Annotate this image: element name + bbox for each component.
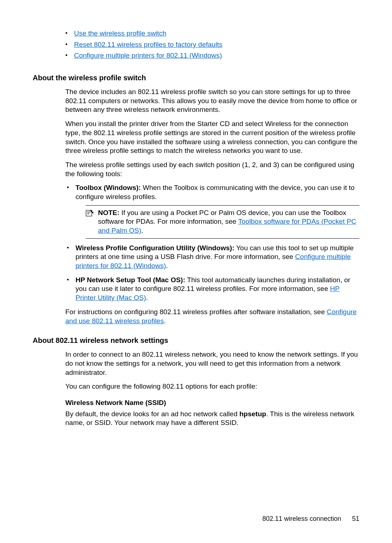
item-label: HP Network Setup Tool (Mac OS): [75, 276, 185, 284]
link-reset-wireless-profiles[interactable]: Reset 802.11 wireless profiles to factor… [74, 40, 222, 49]
text-end: . [164, 317, 166, 325]
bullet-icon: • [65, 29, 68, 37]
paragraph: For instructions on configuring 802.11 w… [65, 308, 359, 325]
heading-about-network-settings: About 802.11 wireless network settings [33, 336, 359, 345]
tool-list: Toolbox (Windows): When the Toolbox is c… [65, 183, 359, 303]
paragraph: By default, the device looks for an ad h… [65, 410, 359, 427]
list-item-hp-network-setup: HP Network Setup Tool (Mac OS): This too… [65, 276, 359, 303]
text: For instructions on configuring 802.11 w… [65, 308, 327, 316]
item-label: Wireless Profile Configuration Utility (… [75, 244, 234, 252]
heading-about-wireless-profile-switch: About the wireless profile switch [33, 73, 359, 82]
bullet-icon: • [65, 40, 68, 48]
paragraph: The wireless profile settings used by ea… [65, 161, 359, 178]
text: By default, the device looks for an ad h… [65, 410, 240, 418]
link-item: • Use the wireless profile switch [65, 29, 359, 38]
link-use-wireless-profile-switch[interactable]: Use the wireless profile switch [74, 29, 166, 38]
link-configure-multiple-printers[interactable]: Configure multiple printers for 802.11 (… [74, 51, 222, 60]
page-footer: 802.11 wireless connection 51 [262, 515, 359, 523]
link-item: • Configure multiple printers for 802.11… [65, 51, 359, 60]
note-end: . [141, 227, 143, 234]
footer-label: 802.11 wireless connection [262, 515, 341, 522]
note-label: NOTE: [98, 209, 119, 216]
paragraph: In order to connect to an 802.11 wireles… [65, 350, 359, 377]
section1-body: The device includes an 802.11 wireless p… [65, 88, 359, 325]
page-number: 51 [352, 515, 359, 522]
list-item-toolbox: Toolbox (Windows): When the Toolbox is c… [65, 183, 359, 238]
sub-heading-ssid: Wireless Network Name (SSID) [65, 398, 359, 408]
list-item-wireless-profile-config: Wireless Profile Configuration Utility (… [65, 244, 359, 271]
note-icon [86, 209, 94, 216]
item-text-end: . [146, 294, 148, 301]
link-item: • Reset 802.11 wireless profiles to fact… [65, 40, 359, 49]
top-links-list: • Use the wireless profile switch • Rese… [65, 29, 359, 60]
item-label: Toolbox (Windows): [75, 184, 141, 191]
note-text: NOTE: If you are using a Pocket PC or Pa… [98, 208, 359, 235]
paragraph: When you install the printer driver from… [65, 119, 359, 155]
paragraph: You can configure the following 802.11 o… [65, 382, 359, 391]
ssid-default-name: hpsetup [240, 410, 266, 418]
paragraph: The device includes an 802.11 wireless p… [65, 88, 359, 114]
note-box: NOTE: If you are using a Pocket PC or Pa… [86, 205, 359, 239]
bullet-icon: • [65, 51, 68, 59]
item-text-end: . [166, 262, 168, 270]
section2-body: In order to connect to an 802.11 wireles… [65, 350, 359, 427]
